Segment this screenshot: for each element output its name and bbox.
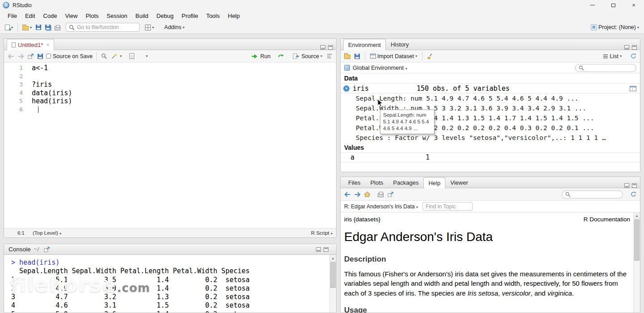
tab-viewer[interactable]: Viewer — [445, 177, 473, 188]
menu-plots[interactable]: Plots — [81, 11, 102, 21]
forward-icon[interactable] — [353, 190, 361, 199]
environment-value-a[interactable]: a 1 — [341, 152, 640, 162]
refresh-icon[interactable] — [629, 190, 637, 199]
chevron-down-icon[interactable]: ▾ — [120, 54, 122, 58]
tab-files[interactable]: Files — [343, 177, 365, 188]
console-scrollbar[interactable]: ▲ — [329, 255, 336, 313]
scroll-up-icon[interactable]: ▲ — [330, 255, 336, 262]
goto-file-box[interactable] — [66, 23, 140, 32]
tab-environment[interactable]: Environment — [343, 39, 386, 50]
menu-tools[interactable]: Tools — [202, 11, 224, 21]
editor-line[interactable]: 1a<-1 — [4, 64, 336, 72]
chevron-down-icon[interactable]: ▾ — [152, 25, 154, 30]
run-button[interactable]: Run — [249, 51, 272, 61]
minimize-button[interactable] — [582, 0, 603, 10]
list-view-button[interactable]: List ▾ — [601, 51, 623, 61]
open-file-button[interactable]: ▾ — [21, 24, 33, 31]
print-button[interactable] — [53, 24, 62, 31]
pane-minimize-button[interactable] — [316, 247, 321, 252]
chevron-down-icon[interactable]: ▾ — [320, 54, 322, 58]
help-search-box[interactable] — [562, 190, 623, 199]
find-icon[interactable] — [100, 52, 108, 60]
forward-icon[interactable] — [17, 52, 25, 60]
console-title[interactable]: Console — [9, 246, 31, 253]
back-icon[interactable] — [7, 52, 15, 60]
save-workspace-icon[interactable] — [353, 52, 361, 60]
editor-line[interactable]: 3?iris — [4, 80, 336, 89]
help-search-input[interactable] — [572, 192, 619, 197]
back-icon[interactable] — [343, 190, 351, 199]
save-all-button[interactable] — [44, 24, 52, 31]
pane-minimize-button[interactable] — [624, 45, 629, 50]
environment-scope-selector[interactable]: Global Environment ▾ — [353, 64, 407, 71]
scrollbar-thumb[interactable] — [634, 220, 640, 261]
chevron-down-icon[interactable]: ▾ — [30, 25, 32, 30]
menu-profile[interactable]: Profile — [178, 11, 202, 21]
refresh-icon[interactable] — [629, 52, 637, 60]
file-type-selector[interactable]: R Script ▾ — [311, 230, 333, 236]
console-output[interactable]: > head(iris) Sepal.Length Sepal.Width Pe… — [4, 255, 336, 313]
menu-file[interactable]: File — [4, 11, 21, 21]
pane-maximize-button[interactable] — [324, 247, 328, 252]
environment-search-box[interactable] — [575, 64, 636, 72]
tab-history[interactable]: History — [386, 39, 414, 50]
pane-layout-button[interactable]: ▾ — [144, 24, 155, 31]
collapse-expander-icon[interactable]: ▾ — [343, 85, 350, 92]
source-button[interactable]: Source ▾ — [290, 51, 324, 61]
save-icon[interactable] — [36, 52, 44, 60]
import-dataset-button[interactable]: Import Dataset ▾ — [369, 52, 418, 60]
pane-minimize-button[interactable] — [624, 183, 629, 188]
view-data-grid-icon[interactable] — [630, 86, 636, 91]
code-tools-wand-icon[interactable] — [110, 52, 118, 60]
popout-icon[interactable] — [43, 245, 51, 254]
compile-report-icon[interactable] — [128, 52, 136, 60]
maximize-button[interactable] — [603, 0, 623, 10]
editor-line[interactable]: 2 — [4, 72, 336, 81]
environment-search-input[interactable] — [586, 65, 633, 71]
tab-plots[interactable]: Plots — [365, 177, 388, 188]
load-workspace-icon[interactable] — [343, 52, 351, 60]
menu-build[interactable]: Build — [132, 11, 153, 21]
pane-maximize-button[interactable] — [632, 183, 637, 188]
scroll-up-icon[interactable]: ▲ — [634, 212, 640, 219]
tab-packages[interactable]: Packages — [388, 177, 423, 188]
save-button[interactable] — [34, 24, 43, 31]
editor-line[interactable]: 5head(iris) — [4, 97, 336, 106]
menu-edit[interactable]: Edit — [21, 11, 39, 21]
find-in-topic-input[interactable] — [422, 202, 473, 211]
help-topic-selector[interactable]: R: Edgar Anderson's Iris Data ▾ — [344, 203, 418, 210]
goto-file-input[interactable] — [77, 24, 136, 30]
help-scrollbar[interactable]: ▲ — [633, 212, 640, 313]
menu-session[interactable]: Session — [102, 11, 131, 21]
close-button[interactable]: × — [623, 0, 644, 10]
pane-maximize-button[interactable] — [632, 45, 637, 50]
environment-object-iris[interactable]: ▾ iris 150 obs. of 5 variables — [341, 83, 640, 93]
project-selector[interactable]: RProject: (None)▾ — [589, 23, 640, 31]
document-outline-icon[interactable] — [325, 52, 333, 60]
clear-workspace-broom-icon[interactable] — [426, 52, 434, 60]
pane-maximize-button[interactable] — [328, 45, 333, 50]
addins-button[interactable]: Addins▾ — [163, 23, 186, 31]
pane-minimize-button[interactable] — [320, 45, 325, 50]
home-icon[interactable] — [363, 190, 371, 199]
rerun-icon[interactable] — [277, 52, 285, 60]
search-icon — [565, 192, 571, 197]
editor-line[interactable]: 4data(iris) — [4, 89, 336, 97]
tab-help[interactable]: Help — [423, 177, 445, 188]
new-file-button[interactable]: ▾ — [4, 24, 14, 31]
chevron-down-icon[interactable]: ▾ — [146, 54, 148, 58]
popout-icon[interactable] — [386, 190, 394, 199]
editor-line[interactable]: 6 — [4, 106, 336, 114]
menu-view[interactable]: View — [61, 11, 81, 21]
menu-code[interactable]: Code — [39, 11, 61, 21]
print-icon[interactable] — [376, 190, 384, 199]
scrollbar-thumb[interactable] — [330, 262, 336, 288]
scope-selector[interactable]: (Top Level) ▾ — [33, 230, 61, 236]
menu-debug[interactable]: Debug — [152, 11, 177, 21]
popout-icon[interactable] — [26, 52, 34, 60]
menu-help[interactable]: Help — [224, 11, 244, 21]
source-on-save-checkbox[interactable] — [46, 54, 51, 59]
tab-untitled1[interactable]: Untitled1* × — [7, 39, 54, 50]
code-editor[interactable]: 1a<-1 2 3?iris 4data(iris) 5head(iris) 6 — [4, 63, 336, 228]
tab-close-icon[interactable]: × — [46, 42, 49, 47]
